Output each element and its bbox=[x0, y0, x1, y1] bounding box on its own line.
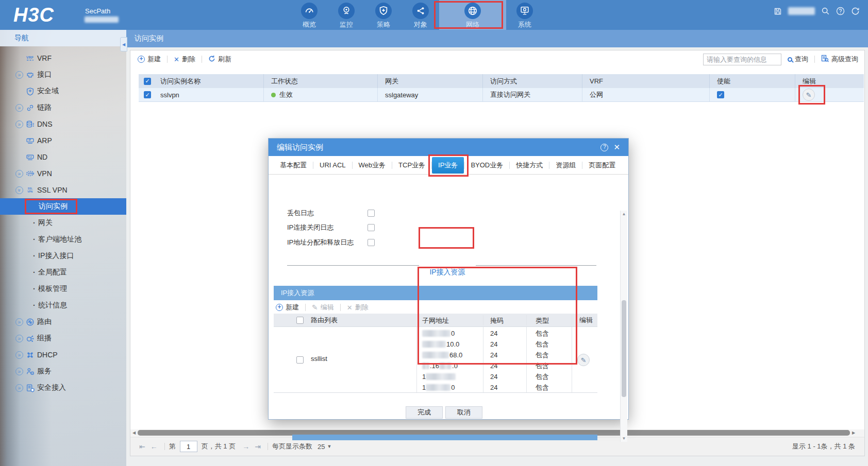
list-toolbar: + 新建 ✕ 删除 刷新 bbox=[136, 53, 233, 65]
resource-delete-button[interactable]: ✕ 删除 bbox=[345, 303, 371, 312]
sidebar-item-client-address-pool[interactable]: 客户端地址池 bbox=[0, 231, 126, 248]
next-page-icon[interactable]: → bbox=[240, 442, 252, 451]
sidebar-item-dns[interactable]: » DNS bbox=[0, 116, 126, 132]
expand-icon[interactable]: » bbox=[15, 71, 23, 79]
per-page-select[interactable]: 25 bbox=[318, 443, 325, 451]
sidebar-item-vrf[interactable]: VRF VRF bbox=[0, 50, 126, 66]
route-list-row: ssllist 010.068.0.16.0110 242424242424 包… bbox=[274, 327, 597, 393]
refresh-button[interactable]: 刷新 bbox=[206, 55, 233, 64]
cancel-button[interactable]: 取消 bbox=[445, 406, 482, 419]
expand-icon[interactable]: » bbox=[15, 351, 23, 359]
tab-ip-service[interactable]: IP业务 bbox=[432, 157, 464, 174]
sidebar-item-routing[interactable]: » 路由 bbox=[0, 314, 126, 330]
sidebar-item-access-instance[interactable]: 访问实例 bbox=[0, 198, 126, 215]
tab-resource-group[interactable]: 资源组 bbox=[549, 157, 582, 174]
route-edit-button[interactable]: ✎ bbox=[577, 354, 590, 366]
subnet-fragment: 0 bbox=[451, 382, 455, 393]
tab-basic-config[interactable]: 基本配置 bbox=[274, 157, 313, 174]
tab-shortcuts[interactable]: 快捷方式 bbox=[510, 157, 549, 174]
search-button[interactable]: 查询 bbox=[786, 55, 810, 64]
expand-icon[interactable]: » bbox=[15, 335, 23, 342]
done-button[interactable]: 完成 bbox=[406, 406, 443, 419]
new-button[interactable]: + 新建 bbox=[136, 55, 163, 64]
sidebar-item-interface[interactable]: » 接口 bbox=[0, 66, 126, 83]
tab-uri-acl[interactable]: URI ACL bbox=[313, 158, 352, 172]
expand-icon[interactable]: » bbox=[15, 368, 23, 375]
sidebar-item-dhcp[interactable]: » DHCP bbox=[0, 347, 126, 363]
sidebar-item-gateway[interactable]: 网关 bbox=[0, 215, 126, 231]
search-icon[interactable] bbox=[821, 7, 830, 15]
logout-icon[interactable] bbox=[851, 7, 860, 15]
mask-value: 24 bbox=[490, 350, 526, 360]
drop-packet-log-checkbox[interactable] bbox=[368, 210, 375, 217]
redacted-ip-blur bbox=[426, 384, 450, 391]
route-row-checkbox[interactable] bbox=[296, 356, 304, 364]
nav-item-network[interactable]: 网络 bbox=[439, 0, 506, 30]
nav-item-policy[interactable]: 策略 bbox=[365, 0, 402, 30]
nav-item-monitor[interactable]: 监控 bbox=[328, 0, 365, 30]
row-checkbox[interactable] bbox=[144, 91, 151, 98]
tab-tcp-service[interactable]: TCP业务 bbox=[392, 157, 431, 174]
close-icon[interactable]: ✕ bbox=[613, 143, 620, 152]
scroll-down-icon[interactable]: ▼ bbox=[621, 435, 627, 442]
ip-close-log-checkbox[interactable] bbox=[368, 224, 375, 231]
expand-icon[interactable]: » bbox=[15, 318, 23, 326]
chevron-down-icon[interactable]: ▼ bbox=[327, 444, 331, 449]
scroll-right-icon[interactable]: ▶ bbox=[850, 430, 857, 435]
tab-web-service[interactable]: Web业务 bbox=[353, 157, 392, 174]
sidebar-item-security-zone[interactable]: 安全域 bbox=[0, 83, 126, 99]
sidebar-item-ip-access-interface[interactable]: IP接入接口 bbox=[0, 248, 126, 264]
select-all-checkbox[interactable] bbox=[144, 78, 151, 85]
inner-select-all-checkbox[interactable] bbox=[296, 317, 304, 324]
page-number-input[interactable] bbox=[180, 441, 197, 452]
resource-new-button[interactable]: + 新建 bbox=[274, 303, 301, 312]
save-icon[interactable] bbox=[774, 7, 782, 15]
sidebar-collapse-handle[interactable]: ◀ bbox=[120, 37, 127, 51]
nav-item-objects[interactable]: 对象 bbox=[402, 0, 439, 30]
dialog-scrollbar-thumb[interactable] bbox=[622, 300, 626, 397]
prev-page-icon[interactable]: ← bbox=[148, 442, 160, 451]
redacted-ip-blur bbox=[422, 330, 450, 337]
sidebar-item-ssl-vpn[interactable]: » SSLVPN SSL VPN bbox=[0, 182, 126, 198]
tab-byod-service[interactable]: BYOD业务 bbox=[464, 157, 509, 174]
row-edit-button[interactable]: ✎ bbox=[803, 89, 815, 101]
sidebar-item-services[interactable]: » 服务 bbox=[0, 363, 126, 379]
cell-vrf: 公网 bbox=[582, 88, 710, 102]
delete-button[interactable]: ✕ 删除 bbox=[172, 55, 197, 64]
ip-access-resource-link[interactable]: IP接入资源 bbox=[419, 265, 476, 279]
sidebar-item-multicast[interactable]: » 组播 bbox=[0, 330, 126, 347]
sidebar-item-link[interactable]: » 链路 bbox=[0, 99, 126, 116]
sidebar-item-secure-access[interactable]: » 安全接入 bbox=[0, 379, 126, 396]
advanced-search-button[interactable]: 高级查询 bbox=[819, 55, 860, 64]
sidebar-item-statistics[interactable]: 统计信息 bbox=[0, 297, 126, 314]
first-page-icon[interactable]: ⇤ bbox=[137, 442, 148, 451]
system-monitor-icon bbox=[516, 3, 533, 19]
expand-icon[interactable]: » bbox=[15, 170, 23, 178]
dialog-help-icon[interactable]: ? bbox=[600, 144, 608, 151]
route-list-table: 路由列表 子网地址 掩码 类型 编辑 ssllist 010.068.0.16.… bbox=[274, 314, 597, 393]
last-page-icon[interactable]: ⇥ bbox=[252, 442, 263, 451]
sidebar-item-arp[interactable]: IP ARP bbox=[0, 132, 126, 149]
expand-icon[interactable]: » bbox=[15, 104, 23, 112]
mask-value: 24 bbox=[490, 382, 526, 393]
search-input[interactable] bbox=[703, 54, 781, 65]
sidebar-item-template-management[interactable]: 模板管理 bbox=[0, 281, 126, 297]
ip-alloc-log-checkbox[interactable] bbox=[368, 239, 375, 246]
sidebar-item-nd[interactable]: IPv6 ND bbox=[0, 149, 126, 165]
collapse-icon[interactable]: » bbox=[15, 186, 23, 194]
resource-edit-button[interactable]: ✎ 编辑 bbox=[310, 303, 336, 312]
svg-text:IP: IP bbox=[28, 139, 31, 142]
nav-item-system[interactable]: 系统 bbox=[506, 0, 543, 30]
tab-page-config[interactable]: 页面配置 bbox=[582, 157, 622, 174]
sidebar-item-global-config[interactable]: 全局配置 bbox=[0, 264, 126, 281]
help-icon[interactable] bbox=[836, 7, 845, 15]
expand-icon[interactable]: » bbox=[15, 384, 23, 392]
scroll-up-icon[interactable]: ▲ bbox=[621, 211, 627, 217]
header-cell-edit: 编辑 bbox=[795, 74, 864, 88]
nav-item-overview[interactable]: 概览 bbox=[291, 0, 328, 30]
scroll-left-icon[interactable]: ◀ bbox=[130, 430, 138, 435]
enable-checkbox[interactable] bbox=[717, 91, 724, 98]
sidebar-item-vpn[interactable]: » VPN VPN bbox=[0, 165, 126, 182]
expand-icon[interactable]: » bbox=[15, 120, 23, 128]
type-value: 包含 bbox=[536, 328, 572, 339]
